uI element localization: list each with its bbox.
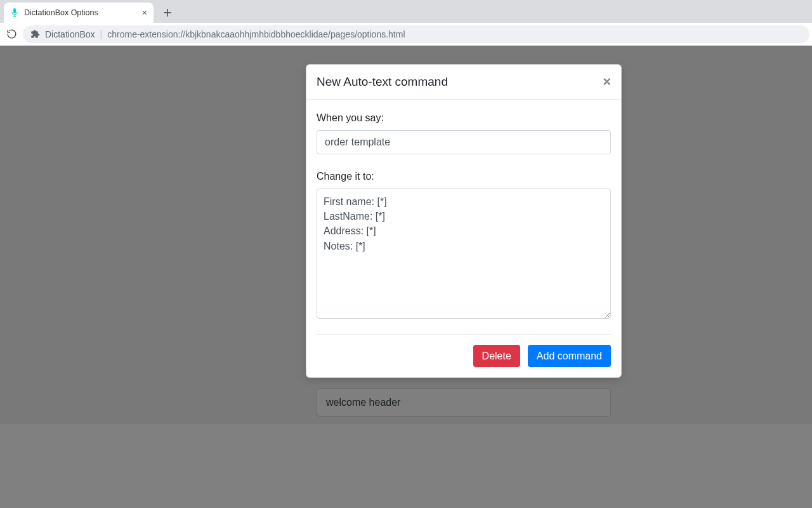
- address-extension-name: DictationBox: [45, 29, 95, 39]
- toolbar: DictationBox | chrome-extension://kbjkbn…: [0, 23, 812, 46]
- modal-header: New Auto-text command ×: [306, 65, 621, 100]
- page-content: welcome header New Auto-text command × W…: [0, 46, 812, 508]
- delete-button[interactable]: Delete: [473, 345, 520, 367]
- microphone-icon: [10, 8, 19, 17]
- modal-footer: Delete Add command: [306, 335, 621, 377]
- new-autotext-modal: New Auto-text command × When you say: Ch…: [306, 64, 622, 378]
- address-url: chrome-extension://kbjkbnakcaaohhjmhbidb…: [107, 29, 405, 39]
- svg-rect-0: [13, 8, 16, 13]
- new-tab-button[interactable]: [159, 4, 176, 22]
- when-you-say-input[interactable]: [317, 130, 611, 154]
- change-it-to-label: Change it to:: [317, 171, 611, 182]
- close-icon[interactable]: ×: [603, 75, 611, 89]
- tab-strip: DictationBox Options ×: [0, 0, 812, 23]
- when-you-say-label: When you say:: [317, 112, 611, 124]
- address-bar[interactable]: DictationBox | chrome-extension://kbjkbn…: [23, 25, 809, 43]
- add-command-button[interactable]: Add command: [528, 345, 611, 367]
- extension-icon: [30, 29, 40, 39]
- modal-body: When you say: Change it to:: [306, 100, 621, 331]
- address-separator: |: [100, 29, 103, 39]
- change-it-to-textarea[interactable]: [317, 189, 611, 319]
- close-tab-icon[interactable]: ×: [142, 8, 147, 17]
- reload-button[interactable]: [4, 27, 19, 42]
- modal-title: New Auto-text command: [317, 75, 448, 89]
- tab-title: DictationBox Options: [24, 8, 98, 17]
- browser-tab[interactable]: DictationBox Options ×: [4, 3, 154, 23]
